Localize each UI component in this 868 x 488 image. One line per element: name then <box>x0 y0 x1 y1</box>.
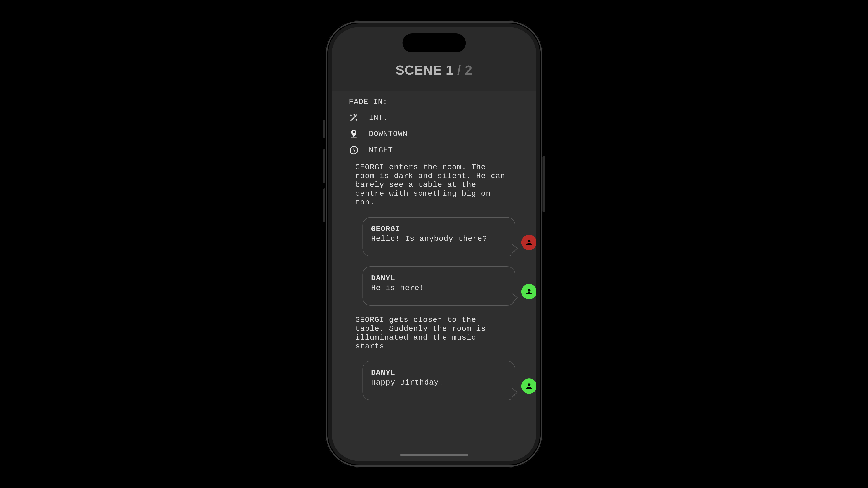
dialogue-block[interactable]: GEORGI Hello! Is anybody there? <box>363 217 519 256</box>
dialogue-bubble: GEORGI Hello! Is anybody there? <box>363 217 515 256</box>
home-indicator[interactable] <box>400 454 468 456</box>
slug-location-value: DOWNTOWN <box>369 130 408 138</box>
dialogue-character: DANYL <box>371 274 507 283</box>
character-badge[interactable] <box>522 379 536 394</box>
bubble-tail <box>513 293 518 302</box>
volume-up-button[interactable] <box>323 149 326 183</box>
scene-total-group: / 2 <box>457 63 472 77</box>
action-block: GEORGI gets closer to the table. Suddenl… <box>355 316 507 351</box>
dynamic-island <box>402 33 466 53</box>
bubble-tail <box>513 244 518 253</box>
dialogue-bubble: DANYL Happy Birthday! <box>363 361 515 400</box>
slug-row-time[interactable]: NIGHT <box>349 145 519 155</box>
mute-switch[interactable] <box>323 120 326 138</box>
scene-title: SCENE 1 / 2 <box>348 62 521 83</box>
slug-intext-value: INT. <box>369 113 388 122</box>
screenplay-content[interactable]: FADE IN: INT. <box>332 91 536 461</box>
power-button[interactable] <box>543 156 545 213</box>
person-icon <box>525 382 533 390</box>
slug-row-location[interactable]: DOWNTOWN <box>349 129 519 139</box>
slug-time-value: NIGHT <box>369 146 393 155</box>
scene-total: 2 <box>465 63 472 77</box>
scene-header: SCENE 1 / 2 <box>332 59 536 91</box>
scene-slash: / <box>457 63 461 77</box>
svg-rect-0 <box>351 138 357 138</box>
scene-number: 1 <box>446 63 453 77</box>
transition-in: FADE IN: <box>349 98 519 106</box>
dialogue-block[interactable]: DANYL He is here! <box>363 266 519 306</box>
scene-word: SCENE <box>396 63 442 77</box>
dialogue-line: He is here! <box>371 284 507 293</box>
stage: SCENE 1 / 2 FADE IN: <box>0 0 868 488</box>
character-badge[interactable] <box>522 284 536 299</box>
phone-screen: SCENE 1 / 2 FADE IN: <box>332 27 536 461</box>
dialogue-line: Happy Birthday! <box>371 378 507 387</box>
phone-device-frame: SCENE 1 / 2 FADE IN: <box>325 20 543 468</box>
clock-icon <box>349 145 359 155</box>
dialogue-block[interactable]: DANYL Happy Birthday! <box>363 361 519 400</box>
wand-icon <box>349 113 359 123</box>
bubble-tail <box>513 388 518 397</box>
dialogue-line: Hello! Is anybody there? <box>371 234 507 243</box>
pin-icon <box>349 129 359 139</box>
dialogue-character: GEORGI <box>371 225 507 234</box>
person-icon <box>525 288 533 296</box>
dialogue-bubble: DANYL He is here! <box>363 266 515 306</box>
volume-down-button[interactable] <box>323 188 326 222</box>
slug-row-intext[interactable]: INT. <box>349 113 519 123</box>
action-block: GEORGI enters the room. The room is dark… <box>355 163 507 207</box>
dialogue-character: DANYL <box>371 368 507 377</box>
character-badge[interactable] <box>522 235 536 250</box>
person-icon <box>525 238 533 247</box>
